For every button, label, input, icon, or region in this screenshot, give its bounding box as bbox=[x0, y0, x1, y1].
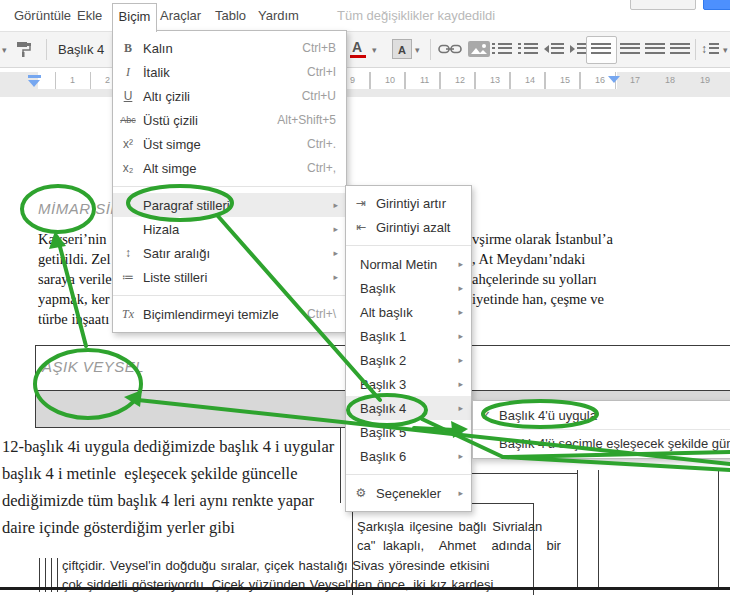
check-icon: ✓ bbox=[473, 408, 499, 423]
ruler-number: 18 bbox=[665, 75, 675, 85]
paragraph-style-selector[interactable]: Başlık 4 bbox=[58, 42, 104, 57]
menu-tools[interactable]: Araçlar bbox=[160, 8, 201, 23]
submenu-arrow-icon: ▸ bbox=[458, 488, 471, 498]
comments-button[interactable] bbox=[630, 0, 696, 10]
menubar: Görüntüle Ekle Araçlar Tablo Yardım Tüm … bbox=[0, 0, 730, 30]
doc-text-line[interactable]: Şarkışla ilçesine bağlı Sivrialan bbox=[357, 519, 542, 534]
menu-item-align[interactable]: Hizala ▸ bbox=[113, 217, 346, 241]
menu-item-label: Başlık 6 bbox=[360, 449, 458, 464]
menu-item-label: Başlık 2 bbox=[360, 353, 458, 368]
menu-item-title[interactable]: Başlık ▸ bbox=[346, 276, 471, 300]
menu-view[interactable]: Görüntüle bbox=[14, 8, 71, 23]
doc-text-line[interactable]: iyetinde han, çeşme ve bbox=[472, 291, 604, 308]
doc-text-line[interactable]: Kayseri’nin bbox=[38, 231, 106, 248]
menu-shortcut: Ctrl+B bbox=[302, 41, 346, 55]
menu-item-bold[interactable]: B Kalın Ctrl+B bbox=[113, 36, 346, 60]
menu-item-clear-formatting[interactable]: Tx Biçimlendirmeyi temizle Ctrl+\ bbox=[113, 302, 346, 326]
ruler-number: 12 bbox=[455, 75, 465, 85]
menu-insert[interactable]: Ekle bbox=[77, 8, 102, 23]
menu-item-italic[interactable]: I İtalik Ctrl+I bbox=[113, 60, 346, 84]
menu-item-heading6[interactable]: Başlık 6 ▸ bbox=[346, 444, 471, 468]
heading-mimar-sinan[interactable]: MİMAR SİN bbox=[38, 200, 122, 217]
chevron-down-icon[interactable]: ▾ bbox=[2, 45, 7, 55]
menu-item-underline[interactable]: U Altı çizili Ctrl+U bbox=[113, 84, 346, 108]
heading-asik-veysel[interactable]: AŞIK VEYSEL bbox=[42, 358, 144, 375]
line-spacing-icon[interactable]: ↕ bbox=[701, 42, 707, 56]
menu-item-decrease-indent[interactable]: ⇤ Girintiyi azalt bbox=[346, 215, 471, 239]
align-left-icon[interactable] bbox=[591, 43, 611, 55]
submenu-arrow-icon: ▸ bbox=[458, 427, 471, 437]
table-border bbox=[577, 470, 578, 588]
doc-text-line[interactable]: türbe inşaatı bbox=[38, 311, 109, 328]
insert-link-icon[interactable] bbox=[438, 43, 462, 55]
doc-text-line[interactable]: dediğimizde tüm başlık 4 leri aynı renkt… bbox=[2, 491, 314, 511]
first-line-indent-marker[interactable] bbox=[28, 75, 41, 78]
doc-text-line[interactable]: ahçelerinde su yolları bbox=[472, 271, 597, 288]
menu-item-subtitle[interactable]: Alt başlık ▸ bbox=[346, 300, 471, 324]
chevron-down-icon[interactable]: ▾ bbox=[723, 45, 728, 55]
menu-item-heading2[interactable]: Başlık 2 ▸ bbox=[346, 348, 471, 372]
menu-item-subscript[interactable]: x₂ Alt simge Ctrl+, bbox=[113, 156, 346, 180]
menu-item-heading3[interactable]: Başlık 3 ▸ bbox=[346, 372, 471, 396]
decrease-indent-icon[interactable] bbox=[544, 45, 549, 53]
doc-text-line[interactable]: , At Meydanı’ndaki bbox=[472, 251, 585, 268]
menu-item-label: Hizala bbox=[143, 222, 333, 237]
doc-text-line[interactable]: 12-başlık 4i uygula dediğimizde başlık 4… bbox=[2, 437, 334, 457]
menu-format[interactable]: Biçim bbox=[112, 3, 157, 32]
menu-item-apply-heading4[interactable]: ✓ Başlık 4'ü uygula bbox=[473, 402, 730, 429]
menu-item-heading4[interactable]: Başlık 4 ▸ bbox=[346, 396, 471, 420]
menu-item-label: Kalın bbox=[143, 41, 302, 56]
menu-item-label: Başlık 3 bbox=[360, 377, 458, 392]
menu-help[interactable]: Yardım bbox=[258, 8, 299, 23]
doc-text-line[interactable]: daire içinde gösterdiğim yerler gibi bbox=[2, 518, 235, 538]
align-justify-icon[interactable] bbox=[670, 43, 690, 55]
bold-icon: B bbox=[113, 41, 143, 56]
doc-text-line[interactable]: ca" lakaplı, Ahmet adında bir bbox=[357, 538, 561, 553]
share-button[interactable] bbox=[703, 0, 730, 10]
increase-indent-icon[interactable] bbox=[570, 45, 575, 53]
superscript-icon: x² bbox=[113, 137, 143, 151]
menu-item-label: Girintiyi artır bbox=[376, 196, 471, 211]
menu-item-heading5[interactable]: Başlık 5 ▸ bbox=[346, 420, 471, 444]
bulleted-list-icon[interactable] bbox=[518, 43, 538, 55]
doc-text-line[interactable]: getirildi. Zel bbox=[38, 251, 110, 268]
chevron-down-icon[interactable]: ▾ bbox=[372, 45, 377, 55]
menu-item-label: Girintiyi azalt bbox=[376, 220, 471, 235]
line-spacing-icon: ↕ bbox=[113, 246, 143, 260]
left-indent-marker[interactable] bbox=[28, 80, 40, 87]
menu-item-heading1[interactable]: Başlık 1 ▸ bbox=[346, 324, 471, 348]
align-right-icon[interactable] bbox=[645, 43, 665, 55]
numbered-list-icon[interactable] bbox=[492, 43, 512, 55]
doc-text-line[interactable]: çiftçidir. Veysel'in doğduğu sıralar, çi… bbox=[62, 558, 489, 573]
highlight-color-icon[interactable]: A bbox=[392, 39, 412, 59]
menu-table[interactable]: Tablo bbox=[215, 8, 246, 23]
menu-item-line-spacing[interactable]: ↕ Satır aralığı ▸ bbox=[113, 241, 346, 265]
menu-item-superscript[interactable]: x² Üst simge Ctrl+. bbox=[113, 132, 346, 156]
menu-item-options[interactable]: ⚙ Seçenekler ▸ bbox=[346, 481, 471, 505]
menu-item-label: Satır aralığı bbox=[143, 246, 333, 261]
menu-item-list-styles[interactable]: ≔ Liste stilleri ▸ bbox=[113, 265, 346, 289]
align-center-icon[interactable] bbox=[620, 43, 640, 55]
text-color-icon[interactable]: A bbox=[352, 39, 362, 55]
text-color-bar bbox=[350, 55, 366, 58]
insert-image-icon[interactable] bbox=[468, 41, 490, 57]
doc-text-line[interactable]: yapmak, ker bbox=[38, 291, 110, 308]
paint-format-icon[interactable] bbox=[15, 40, 33, 58]
menu-item-paragraph-styles[interactable]: Paragraf stilleri ▸ bbox=[113, 193, 346, 217]
menu-shortcut: Ctrl+. bbox=[307, 137, 346, 151]
submenu-arrow-icon: ▸ bbox=[458, 379, 471, 389]
menu-item-update-heading4[interactable]: Başlık 4'ü seçimle eşleşecek şekilde gün… bbox=[473, 430, 730, 457]
doc-text-line[interactable]: başlık 4 i metinle eşleşecek şekilde gün… bbox=[2, 464, 298, 484]
chevron-down-icon[interactable]: ▾ bbox=[415, 45, 420, 55]
doc-text-line[interactable]: vşirme olarak İstanbul’a bbox=[472, 231, 613, 248]
ruler[interactable]: 12345678910111213141516171819 bbox=[0, 72, 730, 89]
google-docs-window: MİMAR SİN Kayseri’nin getirildi. Zel sar… bbox=[0, 0, 730, 595]
submenu-arrow-icon: ▸ bbox=[458, 259, 471, 269]
toolbar: ▾ Başlık 4 A ▾ A ▾ bbox=[0, 31, 730, 68]
menu-item-strikethrough[interactable]: Abc Üstü çizili Alt+Shift+5 bbox=[113, 108, 346, 132]
menu-item-increase-indent[interactable]: ⇥ Girintiyi artır bbox=[346, 191, 471, 215]
menu-item-normal-text[interactable]: Normal Metin ▸ bbox=[346, 252, 471, 276]
doc-text-line[interactable]: saraya verile bbox=[38, 271, 112, 288]
menu-item-label: Başlık 4 bbox=[360, 401, 458, 416]
right-indent-marker[interactable] bbox=[608, 76, 620, 83]
